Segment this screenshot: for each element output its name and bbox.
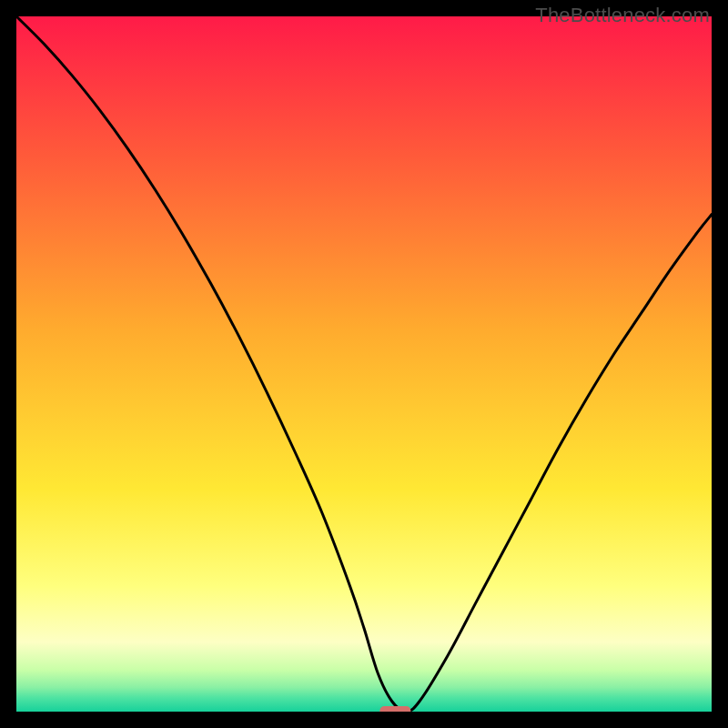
bottleneck-chart xyxy=(16,16,712,712)
chart-frame: TheBottleneck.com xyxy=(0,0,728,728)
optimum-marker xyxy=(379,706,410,712)
watermark-text: TheBottleneck.com xyxy=(535,4,710,27)
plot-area xyxy=(16,16,712,712)
